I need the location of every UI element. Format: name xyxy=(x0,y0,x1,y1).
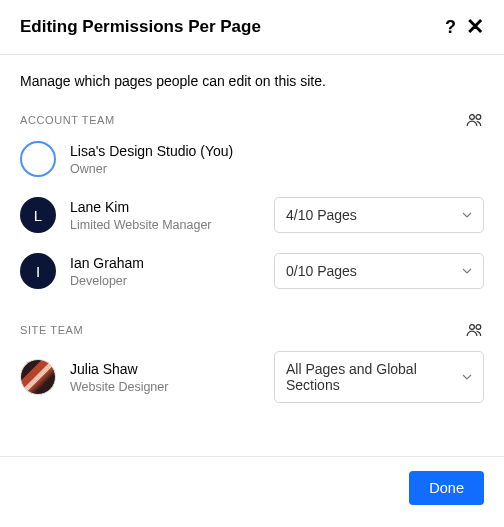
section-header-site: SITE TEAM xyxy=(20,323,484,337)
person-text: Ian Graham Developer xyxy=(70,255,260,288)
dropdown-value: 0/10 Pages xyxy=(286,263,357,279)
svg-point-1 xyxy=(476,115,481,120)
chevron-down-icon xyxy=(462,374,472,380)
section-label: SITE TEAM xyxy=(20,324,83,336)
add-people-icon[interactable] xyxy=(466,323,484,337)
person-row-ian: I Ian Graham Developer 0/10 Pages xyxy=(20,253,484,289)
divider xyxy=(20,309,484,323)
svg-point-0 xyxy=(470,115,475,120)
avatar-initial: I xyxy=(20,253,56,289)
done-button[interactable]: Done xyxy=(409,471,484,505)
person-name: Julia Shaw xyxy=(70,361,260,377)
dialog-description: Manage which pages people can edit on th… xyxy=(20,73,484,89)
scope-dropdown[interactable]: All Pages and Global Sections xyxy=(274,351,484,403)
dropdown-value: 4/10 Pages xyxy=(286,207,357,223)
person-row-julia: Julia Shaw Website Designer All Pages an… xyxy=(20,351,484,403)
dialog-content: Manage which pages people can edit on th… xyxy=(0,55,504,403)
svg-point-2 xyxy=(470,325,475,330)
header-actions: ? ✕ xyxy=(445,16,484,38)
person-role: Owner xyxy=(70,162,484,176)
chevron-down-icon xyxy=(462,268,472,274)
dialog-title: Editing Permissions Per Page xyxy=(20,17,261,37)
dialog-header: Editing Permissions Per Page ? ✕ xyxy=(0,0,504,55)
chevron-down-icon xyxy=(462,212,472,218)
help-icon[interactable]: ? xyxy=(445,18,456,36)
scope-dropdown[interactable]: 4/10 Pages xyxy=(274,197,484,233)
person-row-lane: L Lane Kim Limited Website Manager 4/10 … xyxy=(20,197,484,233)
dialog-footer: Done xyxy=(0,456,504,527)
section-label: ACCOUNT TEAM xyxy=(20,114,115,126)
person-text: Lane Kim Limited Website Manager xyxy=(70,199,260,232)
scope-dropdown[interactable]: 0/10 Pages xyxy=(274,253,484,289)
person-row-owner: Lisa's Design Studio (You) Owner xyxy=(20,141,484,177)
person-name: Lane Kim xyxy=(70,199,260,215)
person-name: Lisa's Design Studio (You) xyxy=(70,143,484,159)
section-header-account: ACCOUNT TEAM xyxy=(20,113,484,127)
avatar xyxy=(20,141,56,177)
add-people-icon[interactable] xyxy=(466,113,484,127)
person-role: Developer xyxy=(70,274,260,288)
person-name: Ian Graham xyxy=(70,255,260,271)
person-role: Website Designer xyxy=(70,380,260,394)
close-icon[interactable]: ✕ xyxy=(466,16,484,38)
dropdown-value: All Pages and Global Sections xyxy=(286,361,462,393)
person-text: Lisa's Design Studio (You) Owner xyxy=(70,143,484,176)
person-text: Julia Shaw Website Designer xyxy=(70,361,260,394)
svg-point-3 xyxy=(476,325,481,330)
person-role: Limited Website Manager xyxy=(70,218,260,232)
avatar-initial: L xyxy=(20,197,56,233)
avatar-image xyxy=(20,359,56,395)
